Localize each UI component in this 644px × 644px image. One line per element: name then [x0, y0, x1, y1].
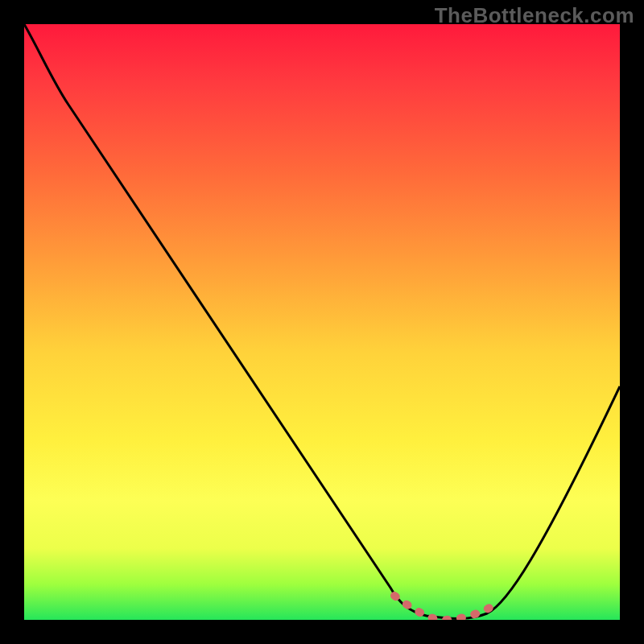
watermark-text: TheBottleneck.com [435, 3, 634, 28]
plot-area [24, 24, 620, 620]
curve-svg [24, 24, 620, 620]
main-curve [24, 24, 620, 618]
chart-frame: TheBottleneck.com [0, 0, 644, 644]
trough-markers [394, 596, 491, 620]
